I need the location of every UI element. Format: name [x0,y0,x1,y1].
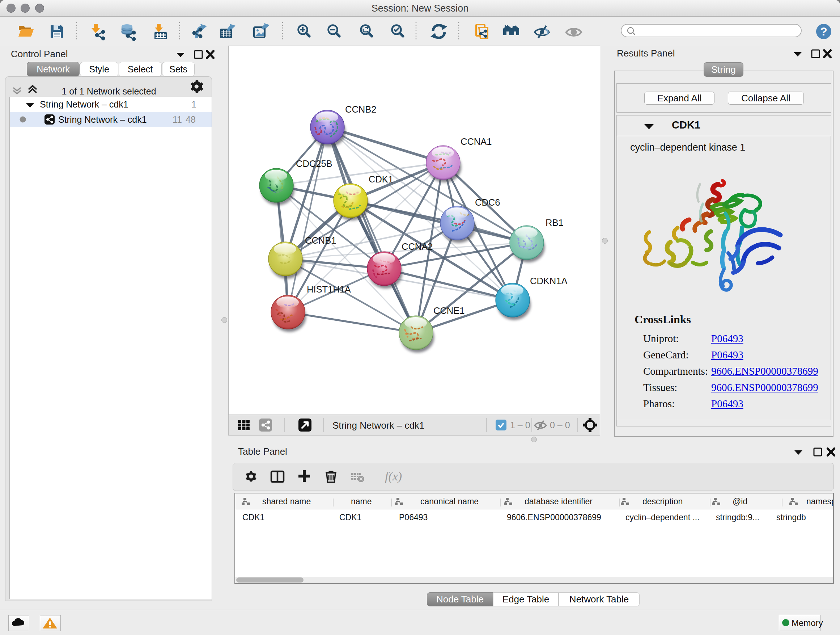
svg-text:CCNA2: CCNA2 [401,241,433,252]
svg-text:CDK1: CDK1 [369,174,393,184]
svg-text:0 – 0: 0 – 0 [550,420,570,430]
svg-text:RB1: RB1 [546,218,564,228]
svg-text:CCNA1: CCNA1 [461,136,492,147]
svg-text:1 – 0: 1 – 0 [510,420,531,430]
svg-text:CCNB1: CCNB1 [305,235,336,245]
svg-text:CCNB2: CCNB2 [345,104,376,114]
svg-text:description: description [643,497,683,506]
svg-text:f(x): f(x) [385,470,402,483]
svg-text:CCNE1: CCNE1 [433,306,464,316]
svg-text:@id: @id [733,497,747,506]
svg-text:?: ? [820,25,827,38]
svg-text:database identifier: database identifier [524,497,592,506]
svg-text:CDKN1A: CDKN1A [530,276,567,286]
svg-text:shared name: shared name [262,497,311,506]
svg-text:CDC6: CDC6 [475,197,500,207]
svg-text:CDC25B: CDC25B [296,158,332,169]
svg-text:namespac: namespac [806,497,833,506]
svg-text:String Network – cdk1: String Network – cdk1 [332,420,424,431]
svg-text:name: name [351,497,372,506]
svg-text:HIST1H1A: HIST1H1A [307,284,351,295]
svg-text:canonical name: canonical name [420,497,478,506]
